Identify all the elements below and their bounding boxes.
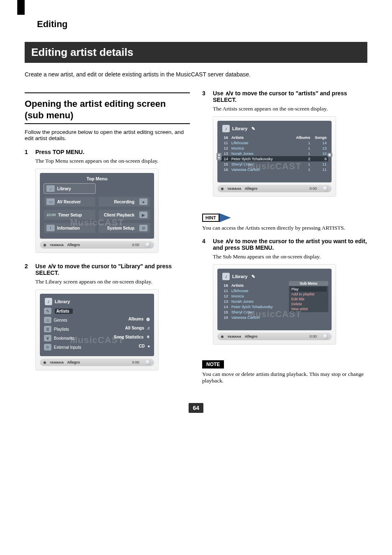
scroll-indicator-icon: ▲▼ (217, 153, 221, 160)
info-icon: i (46, 225, 55, 231)
page-side-tab (17, 0, 25, 15)
menu-albums: Albums ◍ (99, 317, 150, 323)
screen-header: Library (232, 126, 247, 131)
brand-label: YAMAHA (227, 335, 241, 339)
brand-logo-icon: ◉ (221, 334, 224, 339)
table-row: 15Sheryl Crow111 (221, 161, 328, 167)
tile-timer-setup: 10:09 Timer Setup (44, 210, 95, 220)
artist-small-icon: ✎ (251, 274, 255, 279)
step-title: Use ∧/∨ to move the cursor to the artist… (213, 238, 367, 251)
playlist-icon: ≣ (44, 326, 51, 332)
menu-label: Genres (54, 318, 67, 322)
right-column: 3 Use ∧/∨ to move the cursor to "artists… (202, 90, 367, 391)
tile-label: Information (57, 226, 80, 230)
menu-artists: ✎ Artists (44, 308, 95, 314)
menu-label: CD (139, 344, 145, 348)
stats-icon: ⚘ (146, 335, 150, 339)
note-label: NOTE (202, 360, 224, 368)
sub-menu-panel: Sub Menu PlayAdd to playlistEdit titleDe… (289, 281, 328, 312)
screen-title: Top Menu (43, 176, 151, 181)
subsection-title: Opening the artist editing screen (sub m… (25, 98, 190, 121)
music-note-icon: ♪ (222, 125, 230, 132)
step-1: 1 Press TOP MENU. (25, 149, 190, 155)
subsection-lead: Follow the procedure below to open the a… (25, 129, 190, 141)
section-intro: Create a new artist, and edit or delete … (25, 71, 367, 78)
tile-label: Recording (114, 200, 134, 204)
subsection-title-line2: (sub menu) (25, 110, 74, 120)
table-row: 14Peter Ilyich Tchaikovsky28 (221, 156, 328, 161)
subsection-title-line1: Opening the artist editing screen (25, 99, 166, 109)
screen-header: Library (232, 274, 247, 279)
client-icon: ▶ (139, 212, 148, 218)
brand-logo-icon: ◉ (221, 187, 224, 191)
album-icon: ◍ (146, 317, 150, 321)
music-note-icon: ♪ (45, 298, 52, 305)
cd-icon: ● (148, 344, 150, 348)
left-column: Opening the artist editing screen (sub m… (25, 90, 190, 391)
tile-label: Timer Setup (58, 213, 82, 217)
step-number: 1 (25, 149, 30, 155)
enter-indicator-icon: ▶ (327, 153, 332, 157)
menu-song-statistics: Song Statistics ⚘ (99, 335, 150, 341)
tile-system-setup: System Setup ⚙ (99, 223, 150, 233)
page: Editing Editing artist details Create a … (0, 0, 392, 429)
status-bar: ◉ YAMAHA Allegro 0:00 (40, 359, 154, 366)
screenshot-artists: ♪ Library ✎ ▲▼ ▶ 16 Artists Albums Songs (213, 116, 336, 197)
menu-label: Playlists (54, 327, 69, 332)
knob-icon (145, 242, 151, 248)
step-3: 3 Use ∧/∨ to move the cursor to "artists… (202, 90, 367, 103)
table-row: 16Vanessa Carlton (221, 315, 328, 320)
step-title-pre: Use (35, 263, 48, 269)
flag-arrow-icon (219, 213, 231, 222)
time-label: 0:00 (132, 243, 139, 247)
table-row: 11Lifehouse114 (221, 140, 328, 145)
artists-table: 16 Artists Albums Songs 11Lifehouse11412… (221, 135, 328, 172)
sub-menu-item: Add to playlist (291, 292, 327, 297)
step-title: Use ∧/∨ to move the cursor to "Library" … (35, 263, 190, 276)
section-heading: Editing artist details (25, 42, 367, 63)
up-down-arrows-icon: ∧/∨ (48, 263, 56, 269)
step-body: The Top Menu screen appears on the on-sc… (35, 158, 190, 164)
sub-menu-item: Delete (291, 302, 327, 306)
menu-external-inputs: ⎘ External Inputs (44, 344, 95, 350)
artist-count: 16 (221, 135, 230, 140)
table-row: 16Vanessa Carlton111 (221, 167, 328, 172)
tile-client-playback: Client Playback ▶ (99, 210, 150, 220)
time-label: 0:00 (309, 187, 317, 191)
screenshot-sub-menu: ♪ Library ✎ 16 Artists 11Lifehouse12Moni… (213, 264, 336, 345)
menu-bookmarks: ❦ Bookmarks (44, 335, 95, 341)
tile-label: Library (57, 187, 71, 191)
menu-all-songs: All Songs ♬ (99, 326, 150, 332)
track-label: Allegro (67, 243, 80, 247)
up-down-arrows-icon: ∧/∨ (225, 90, 234, 97)
menu-label: Albums (129, 317, 144, 321)
tile-label: System Setup (107, 226, 134, 230)
hint-flag: HINT (202, 213, 231, 222)
tile-label: AV Receiver (57, 200, 81, 204)
note-body: You can move or delete artists during pl… (202, 371, 367, 384)
step-body: The Library screen appears on the on-scr… (35, 279, 190, 285)
clock-icon: 10:09 (46, 213, 56, 217)
step-title-pre: Use (213, 90, 225, 97)
hint-body: You can access the Artists screen direct… (202, 225, 367, 231)
tile-information: i Information (44, 223, 95, 233)
step-title-post: to move the cursor to the artist you wan… (213, 238, 367, 251)
menu-label: External Inputs (54, 345, 81, 350)
time-label: 0:00 (132, 360, 139, 364)
artist-small-icon: ✎ (251, 126, 255, 131)
menu-label: Bookmarks (54, 336, 74, 341)
receiver-icon: ▭ (46, 198, 55, 205)
artist-icon: ✎ (44, 308, 51, 314)
time-label: 0:00 (309, 334, 317, 339)
status-bar: ◉ YAMAHA Allegro 0:00 (217, 185, 332, 192)
step-title-post: to move the cursor to "Library" and pres… (35, 263, 172, 276)
tile-library: ♪ Library (44, 184, 95, 193)
rule (25, 92, 190, 93)
up-down-arrows-icon: ∧/∨ (225, 238, 234, 244)
brand-label: YAMAHA (50, 361, 64, 364)
brand-logo-icon: ◉ (43, 360, 46, 364)
step-title-pre: Use (213, 238, 225, 244)
step-title: Press TOP MENU. (35, 149, 84, 155)
page-number: 64 (189, 403, 203, 413)
knob-icon (145, 359, 151, 365)
